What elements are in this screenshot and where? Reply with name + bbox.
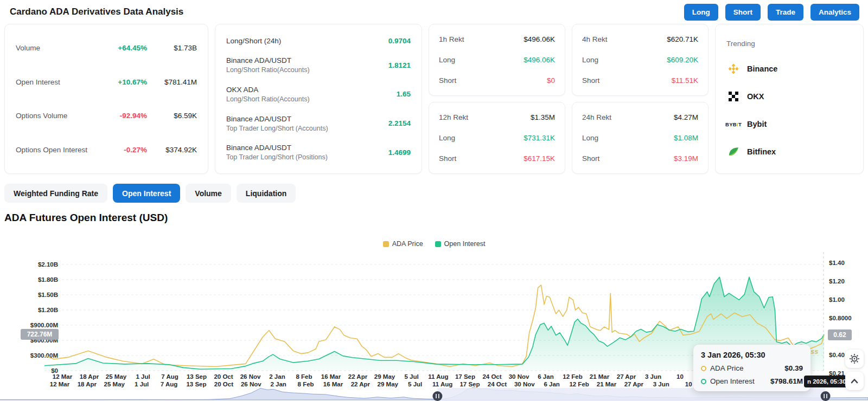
trending-title: Trending: [726, 40, 852, 48]
header-button-analytics[interactable]: Analytics: [810, 4, 859, 21]
left-axis-label: $1.50B: [38, 292, 58, 298]
trending-card: TrendingBinanceOKXBYBITBybitBitfinex: [715, 24, 864, 174]
x-tick-label: 16 Mar: [321, 373, 341, 380]
x-tick-label: 25 May: [106, 373, 127, 380]
rekt-short-label: Short: [582, 154, 599, 163]
chart-settings-button[interactable]: [845, 350, 864, 368]
exchange-name: Bitfinex: [747, 147, 776, 156]
nav-tick-label: 11 Aug: [432, 381, 452, 387]
tab-volume[interactable]: Volume: [186, 184, 231, 203]
tab-weighted-funding-rate[interactable]: Weighted Funding Rate: [4, 184, 107, 203]
x-tick-label: 8 Feb: [296, 373, 312, 380]
navigator-handle-left[interactable]: [432, 391, 442, 401]
binance-icon: [726, 62, 741, 75]
ratio-label: Long/Short (24h): [226, 37, 388, 45]
chart-tabs: Weighted Funding RateOpen InterestVolume…: [4, 184, 864, 203]
x-tick-label: 22 Apr: [348, 373, 368, 380]
stat-change: +10.67%: [98, 78, 147, 86]
x-tick-label: 11 Aug: [428, 373, 448, 380]
x-tick-label: 5 Jul: [404, 373, 418, 380]
stat-label: Options Volume: [16, 112, 98, 120]
rekt-column-2: 4h Rekt$620.71KLong$609.20KShort$11.51K2…: [572, 24, 709, 174]
trending-item-bybit[interactable]: BYBITBybit: [726, 118, 852, 131]
trending-item-binance[interactable]: Binance: [726, 62, 852, 75]
open-interest-current-badge: 722.76M: [21, 329, 59, 340]
rekt-short-value: $0: [547, 76, 555, 85]
exchange-name: OKX: [747, 92, 764, 101]
bybit-icon: BYBIT: [726, 118, 741, 131]
rekt-card-1h: 1h Rekt$496.06KLong$496.06KShort$0: [429, 24, 565, 96]
exchange-name: Binance: [747, 64, 777, 73]
crosshair-date-badge: n 2026, 05:30: [804, 376, 847, 387]
stat-label: Volume: [16, 44, 98, 52]
nav-tick-label: 5 Jul: [408, 381, 422, 387]
rekt-total: $496.06K: [524, 35, 555, 43]
ratio-label: Binance ADA/USDTTop Trader Long/Short (A…: [226, 115, 388, 132]
tooltip-title: 3 Jan 2026, 05:30: [701, 351, 803, 359]
rekt-card-12h: 12h Rekt$1.35MLong$731.31KShort$617.15K: [429, 102, 565, 174]
x-tick-label: 26 Nov: [240, 373, 261, 380]
rekt-card-24h: 24h Rekt$4.27MLong$1.08MShort$3.19M: [572, 102, 709, 174]
ratio-row: Binance ADA/USDTLong/Short Ratio(Account…: [226, 56, 411, 74]
tab-liquidation[interactable]: Liquidation: [237, 184, 296, 203]
nav-tick-label: 7 Aug: [161, 381, 178, 387]
section-title: ADA Futures Open Interest (USD): [4, 212, 868, 224]
x-tick-label: 29 May: [374, 373, 395, 380]
tooltip-row: ADA Price$0.39: [701, 364, 803, 372]
nav-tick-label: 25 May: [104, 381, 125, 387]
collapse-chart-button[interactable]: [845, 372, 864, 390]
navigator-handle-right[interactable]: [821, 391, 831, 401]
x-tick-label: 7 Aug: [161, 373, 178, 380]
header-button-long[interactable]: Long: [684, 4, 718, 21]
nav-tick-label: 18 Apr: [78, 381, 97, 387]
stat-row: Options Open Interest-0.27%$374.92K: [16, 146, 197, 154]
x-tick-label: 17 Sep: [455, 373, 475, 380]
rekt-long-label: Long: [439, 56, 455, 64]
nav-tick-label: 20 Oct: [214, 381, 233, 387]
header-button-short[interactable]: Short: [725, 4, 761, 21]
stat-value: $781.41M: [147, 78, 197, 86]
legend-swatch: [383, 241, 389, 247]
x-tick-label: 20 Oct: [214, 373, 233, 380]
nav-tick-label: 17 Sep: [459, 381, 480, 387]
tab-open-interest[interactable]: Open Interest: [113, 184, 180, 203]
x-tick-label: 12 Feb: [563, 373, 582, 380]
series-dot: [701, 379, 706, 384]
ratio-label: OKX ADALong/Short Ratio(Accounts): [226, 86, 397, 103]
rekt-long-value: $1.08M: [674, 134, 698, 142]
long-short-ratios-card: Long/Short (24h)0.9704Binance ADA/USDTLo…: [215, 24, 422, 174]
bitfinex-icon: [726, 145, 741, 158]
rekt-total: $1.35M: [531, 113, 555, 121]
nav-tick-label: 8 Feb: [298, 381, 314, 387]
stat-change: +64.45%: [98, 44, 147, 52]
nav-tick-label: 30 Nov: [514, 381, 535, 387]
series-dot: [701, 366, 706, 371]
x-tick-label: 3 Jun: [645, 373, 661, 380]
nav-tick-label: 10: [685, 381, 692, 387]
okx-icon: [726, 90, 741, 103]
right-axis-label: $1.00: [829, 296, 845, 303]
left-axis-label: $2.10B: [38, 261, 58, 268]
nav-tick-label: 2 Jan: [270, 381, 286, 387]
ratio-value: 1.65: [397, 90, 411, 98]
trending-item-okx[interactable]: OKX: [726, 90, 852, 103]
right-axis-label: $0.8000: [829, 315, 852, 321]
nav-tick-label: 29 May: [378, 381, 399, 387]
chart-tooltip: 3 Jan 2026, 05:30 ADA Price$0.39Open Int…: [693, 345, 810, 391]
gear-icon: [849, 353, 860, 364]
header-button-trade[interactable]: Trade: [768, 4, 803, 21]
left-axis-label: $1.20B: [38, 307, 58, 313]
rekt-short-value: $3.19M: [674, 154, 698, 163]
left-axis-label: $300.00M: [30, 352, 58, 359]
x-tick-label: 2 Jan: [269, 373, 285, 380]
app-header: Cardano ADA Derivatives Data Analysis Lo…: [0, 0, 868, 24]
stat-row: Volume+64.45%$1.73B: [16, 44, 197, 52]
trending-item-bitfinex[interactable]: Bitfinex: [726, 145, 852, 158]
rekt-total: $4.27M: [674, 113, 698, 121]
rekt-column-1: 1h Rekt$496.06KLong$496.06KShort$012h Re…: [429, 24, 565, 174]
stat-row: Options Volume-92.94%$6.59K: [16, 112, 197, 120]
tooltip-row: Open Interest$798.61M: [701, 377, 803, 385]
x-tick-label: 10: [676, 373, 684, 380]
rekt-long-value: $496.06K: [524, 56, 555, 64]
x-tick-label: 27 Apr: [617, 373, 636, 380]
